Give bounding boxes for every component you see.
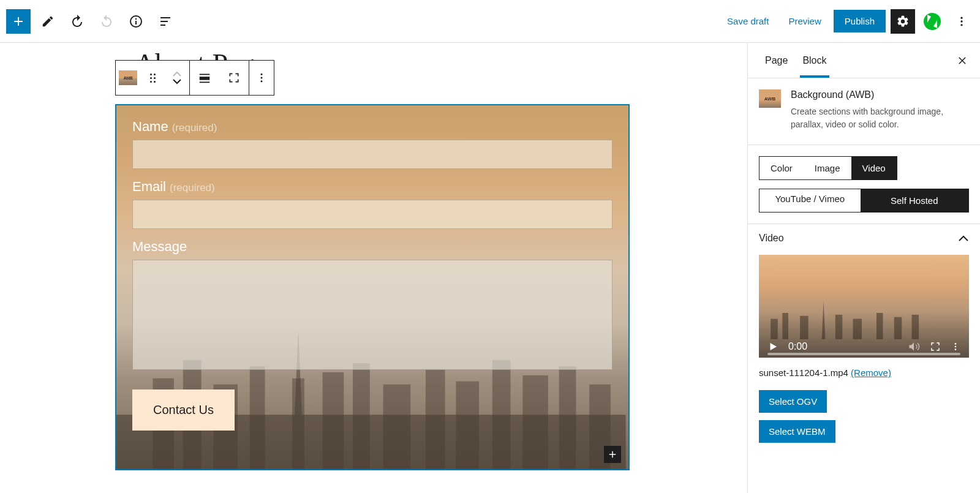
contact-us-button[interactable]: Contact Us	[132, 390, 235, 431]
jetpack-button[interactable]	[920, 9, 944, 34]
bg-type-color[interactable]: Color	[760, 157, 804, 179]
publish-button[interactable]: Publish	[834, 10, 886, 32]
name-label: Name(required)	[132, 119, 612, 135]
video-progress[interactable]	[767, 353, 960, 355]
contact-form: Name(required) Email(required) Message C…	[116, 105, 628, 444]
message-label: Message	[132, 239, 612, 255]
editor-canvas: About Page AWB	[0, 43, 747, 493]
bg-type-section: Color Image Video YouTube / Vimeo Self H…	[748, 145, 980, 224]
outline-icon[interactable]	[153, 9, 178, 34]
svg-point-10	[261, 77, 263, 79]
chevron-up-icon	[958, 235, 969, 242]
block-toolbar: AWB	[115, 60, 274, 96]
select-webm-button[interactable]: Select WEBM	[759, 420, 835, 443]
video-filename: sunset-111204-1.mp4	[759, 367, 848, 378]
name-input[interactable]	[132, 140, 612, 169]
video-file-row: sunset-111204-1.mp4 (Remove)	[748, 365, 980, 386]
settings-button[interactable]	[891, 9, 915, 34]
settings-sidebar: Page Block AWB Background (AWB) Create s…	[747, 43, 980, 493]
align-button[interactable]	[190, 61, 219, 95]
block-info-desc: Create sections with background image, p…	[791, 105, 969, 131]
svg-point-9	[261, 73, 263, 75]
tab-block[interactable]: Block	[795, 44, 834, 77]
align-icon	[198, 71, 211, 85]
redo-icon[interactable]	[94, 9, 119, 34]
move-updown[interactable]	[165, 61, 189, 95]
svg-rect-2	[135, 21, 137, 24]
top-right-tools: Save draft Preview Publish	[720, 9, 974, 34]
volume-icon[interactable]	[908, 341, 920, 353]
preview-button[interactable]: Preview	[781, 11, 828, 31]
more-vertical-icon	[255, 72, 268, 84]
block-inserter-button[interactable]	[604, 446, 621, 463]
save-draft-button[interactable]: Save draft	[720, 11, 776, 31]
svg-point-5	[960, 24, 962, 26]
play-icon[interactable]	[767, 341, 778, 352]
chevron-down-icon	[172, 78, 182, 85]
drag-handle[interactable]	[140, 61, 165, 95]
sidebar-tabs: Page Block	[748, 43, 980, 78]
svg-point-37	[955, 348, 957, 350]
svg-point-11	[261, 80, 263, 82]
svg-point-1	[135, 18, 137, 19]
add-block-button[interactable]	[6, 9, 31, 34]
chevron-up-icon	[172, 71, 182, 77]
video-more-icon[interactable]	[951, 342, 960, 352]
awb-background-block[interactable]: Name(required) Email(required) Message C…	[115, 104, 630, 470]
block-info: AWB Background (AWB) Create sections wit…	[748, 78, 980, 145]
svg-rect-6	[200, 77, 210, 80]
email-label: Email(required)	[132, 179, 612, 195]
block-info-title: Background (AWB)	[791, 89, 969, 100]
awb-icon: AWB	[119, 70, 137, 85]
video-time: 0:00	[788, 341, 807, 352]
svg-rect-8	[200, 81, 210, 83]
undo-icon[interactable]	[65, 9, 89, 34]
awb-thumb-icon: AWB	[759, 89, 781, 108]
video-source-segment: YouTube / Vimeo Self Hosted	[759, 189, 969, 213]
block-type-button[interactable]: AWB	[116, 61, 140, 95]
top-left-tools	[6, 9, 178, 34]
fullscreen-icon[interactable]	[930, 341, 941, 352]
close-sidebar-button[interactable]	[954, 53, 970, 69]
svg-point-3	[960, 17, 962, 18]
editor-top-bar: Save draft Preview Publish	[0, 0, 980, 43]
bg-type-segment: Color Image Video	[759, 156, 897, 180]
svg-point-4	[960, 20, 962, 22]
tab-page[interactable]: Page	[758, 44, 795, 77]
bg-type-video[interactable]: Video	[851, 157, 897, 179]
close-icon	[957, 55, 968, 66]
more-menu-icon[interactable]	[949, 9, 974, 34]
svg-rect-7	[200, 74, 210, 75]
remove-video-link[interactable]: (Remove)	[851, 367, 891, 378]
preview-skyline	[759, 298, 935, 339]
svg-point-35	[955, 343, 957, 345]
source-self-hosted[interactable]: Self Hosted	[861, 189, 969, 212]
fullwidth-button[interactable]	[219, 61, 249, 95]
edit-icon[interactable]	[36, 9, 60, 34]
video-preview[interactable]: 0:00	[759, 255, 969, 358]
fullscreen-icon	[228, 72, 240, 84]
email-input[interactable]	[132, 200, 612, 229]
source-youtube-vimeo[interactable]: YouTube / Vimeo	[760, 189, 861, 212]
bg-type-image[interactable]: Image	[804, 157, 851, 179]
video-panel-header[interactable]: Video	[748, 224, 980, 252]
message-textarea[interactable]	[132, 260, 612, 370]
block-more-button[interactable]	[249, 61, 274, 95]
select-ogv-button[interactable]: Select OGV	[759, 390, 827, 413]
jetpack-icon	[924, 13, 941, 30]
svg-point-36	[955, 346, 957, 348]
drag-icon	[150, 73, 156, 83]
info-icon[interactable]	[124, 9, 148, 34]
